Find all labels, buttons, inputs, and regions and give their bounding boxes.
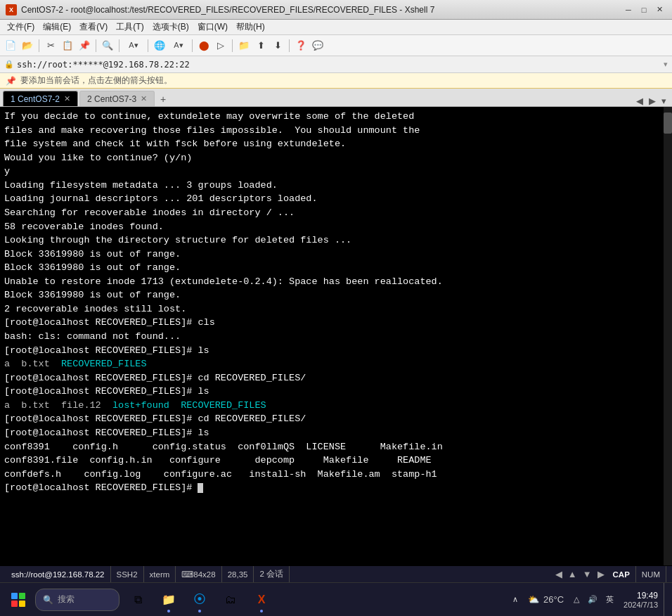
tab-prev-button[interactable]: ◀ (633, 96, 646, 106)
term-line-10: Looking through the directory structure … (4, 233, 668, 248)
info-button[interactable]: 💬 (310, 38, 325, 53)
term-line-23: [root@localhost RECOVERED_FILES]# cd REC… (4, 412, 668, 426)
system-tray-expand[interactable]: ∧ (508, 583, 522, 616)
logo-tl (11, 593, 18, 599)
tab-close-2[interactable]: ✕ (141, 94, 147, 103)
cut-button[interactable]: ✂ (43, 38, 58, 53)
toolbar-separator-3 (119, 39, 119, 52)
search-button[interactable]: 🔍 (100, 38, 115, 53)
folder-app[interactable]: 🗂 (217, 586, 245, 614)
terminal-area[interactable]: If you decide to continue, extundelete m… (0, 107, 672, 565)
chevron-up-icon: ∧ (512, 595, 518, 604)
tab-close-1[interactable]: ✕ (64, 94, 70, 103)
tab-label-1: 1 CentOS7-2 (11, 94, 60, 104)
play-button[interactable]: ▷ (213, 38, 228, 53)
arrow-up[interactable]: ▲ (565, 569, 580, 579)
menu-file[interactable]: 文件(F) (3, 20, 39, 34)
tab-centos7-2[interactable]: 1 CentOS7-2 ✕ (3, 91, 78, 106)
address-text: ssh://root:******@192.168.78.22:22 (17, 60, 190, 70)
term-line-20: [root@localhost RECOVERED_FILES]# cd REC… (4, 371, 668, 385)
arrow-right[interactable]: ▶ (595, 569, 607, 579)
term-line-24: [root@localhost RECOVERED_FILES]# ls (4, 426, 668, 440)
show-desktop-button[interactable] (664, 583, 669, 616)
scrollbar-thumb[interactable] (664, 113, 672, 134)
font-button[interactable]: A▾ (169, 38, 188, 53)
terminal-scrollbar[interactable] (664, 107, 672, 565)
title-bar: X CentOS7-2 - root@localhost:/test/RECOV… (0, 0, 672, 20)
term-type-text: xterm (150, 570, 170, 579)
term-line-2: files and make recovering those files im… (4, 124, 668, 138)
tab-menu-button[interactable]: ▾ (659, 96, 669, 106)
window-controls: ─ □ ✕ (621, 4, 666, 16)
term-line-17: bash: cls: command not found... (4, 330, 668, 344)
minimize-button[interactable]: ─ (621, 4, 635, 16)
term-line-13: Unable to restore inode 1713 (extundelet… (4, 275, 668, 289)
xshell-icon: X (258, 593, 266, 606)
host-text: ssh://root@192.168.78.22 (11, 570, 105, 579)
tab-next-button[interactable]: ▶ (646, 96, 659, 106)
input-lang-text: 英 (606, 594, 614, 605)
copy-button[interactable]: 📋 (60, 38, 75, 53)
help-button[interactable]: ❓ (293, 38, 309, 53)
explorer-app[interactable]: 📁 (155, 586, 183, 614)
term-line-22: a b.txt file.12 lost+found RECOVERED_FIL… (4, 399, 668, 413)
edge-icon: ⦿ (193, 592, 206, 607)
term-line-9: 58 recoverable inodes found. (4, 220, 668, 234)
tab-centos7-3[interactable]: 2 CentOS7-3 ✕ (79, 91, 155, 106)
arrow-down[interactable]: ▼ (580, 569, 595, 579)
app-active-dot-3 (260, 610, 263, 612)
weather-icon[interactable]: ⛅ (526, 594, 541, 605)
menu-tools[interactable]: 工具(T) (112, 20, 148, 34)
stop-button[interactable]: ⬤ (196, 38, 212, 53)
volume-tray[interactable]: 🔊 (583, 583, 602, 616)
status-host: ssh://root@192.168.78.22 (6, 566, 111, 582)
maximize-button[interactable]: □ (637, 4, 651, 16)
clock[interactable]: 19:49 2024/7/13 (618, 583, 664, 616)
menu-view[interactable]: 查看(V) (75, 20, 112, 34)
term-line-7: Loading journal descriptors ... 201 desc… (4, 192, 668, 206)
menu-help[interactable]: 帮助(H) (232, 20, 269, 34)
status-protocol: SSH2 (111, 566, 144, 582)
taskview-icon: ⧉ (134, 593, 142, 606)
app-active-dot-2 (198, 610, 201, 612)
folder-icon: 🗂 (225, 593, 236, 606)
new-tab-button[interactable]: + (156, 92, 170, 106)
network-tray[interactable]: △ (569, 583, 583, 616)
protocol-text: SSH2 (117, 570, 138, 579)
new-session-button[interactable]: 📄 (3, 38, 18, 53)
edge-app[interactable]: ⦿ (186, 586, 214, 614)
menu-edit[interactable]: 编辑(E) (39, 20, 75, 34)
download-button[interactable]: ⬇ (270, 38, 285, 53)
file-manager[interactable]: 📁 (236, 38, 252, 53)
term-line-4: Would you like to continue? (y/n) (4, 151, 668, 165)
xshell-app[interactable]: X (247, 586, 276, 614)
taskbar-search[interactable]: 🔍 搜索 (35, 589, 119, 611)
term-line-28: [root@localhost RECOVERED_FILES]# (4, 481, 668, 495)
search-placeholder: 搜索 (58, 593, 75, 605)
term-line-16: [root@localhost RECOVERED_FILES]# cls (4, 316, 668, 330)
pos-text: 28,35 (228, 570, 248, 579)
menu-tabs[interactable]: 选项卡(B) (148, 20, 193, 34)
term-line-3: file system and check it with fsck befor… (4, 137, 668, 151)
windows-logo (11, 593, 25, 607)
term-line-21: [root@localhost RECOVERED_FILES]# ls (4, 385, 668, 399)
arrow-left[interactable]: ◀ (553, 569, 565, 579)
lock-icon: 🔒 (4, 60, 14, 69)
zoom-dropdown[interactable]: A▾ (123, 38, 144, 53)
start-button[interactable] (3, 584, 34, 615)
input-lang-tray[interactable]: 英 (602, 583, 618, 616)
upload-button[interactable]: ⬆ (253, 38, 269, 53)
paste-button[interactable]: 📌 (77, 38, 92, 53)
term-line-8: Searching for recoverable inodes in dire… (4, 206, 668, 220)
taskbar: 🔍 搜索 ⧉ 📁 ⦿ 🗂 X ∧ (0, 582, 672, 616)
menu-bar: 文件(F) 编辑(E) 查看(V) 工具(T) 选项卡(B) 窗口(W) 帮助(… (0, 20, 672, 35)
address-dropdown-arrow[interactable]: ▾ (664, 60, 668, 69)
menu-window[interactable]: 窗口(W) (193, 20, 232, 34)
globe-button[interactable]: 🌐 (152, 38, 167, 53)
status-arrows: ◀ ▲ ▼ ▶ (553, 569, 607, 579)
term-line-6: Loading filesystem metadata ... 3 groups… (4, 179, 668, 193)
taskview-button[interactable]: ⧉ (124, 586, 152, 614)
close-button[interactable]: ✕ (652, 4, 666, 16)
term-line-1: If you decide to continue, extundelete m… (4, 110, 668, 124)
open-button[interactable]: 📂 (20, 38, 35, 53)
